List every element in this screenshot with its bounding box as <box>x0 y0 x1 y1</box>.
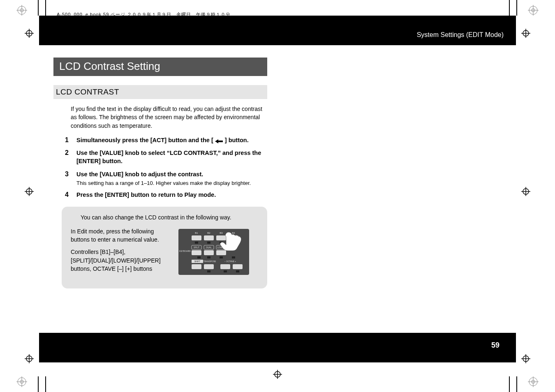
svg-rect-47 <box>195 242 198 244</box>
step-note: This setting has a range of 1–10. Higher… <box>76 180 267 186</box>
svg-text:B4: B4 <box>232 232 235 234</box>
svg-text:TRANSPOSE: TRANSPOSE <box>204 260 217 263</box>
step-item: 4 Press the [ENTER] button to return to … <box>65 191 267 199</box>
crop-mark-icon <box>45 0 46 16</box>
breadcrumb: System Settings (EDIT Mode) <box>417 31 504 39</box>
svg-text:B3: B3 <box>220 232 223 234</box>
step-number: 3 <box>65 171 76 178</box>
info-text: In Edit mode, press the following button… <box>71 227 161 244</box>
step-title-text: Simultaneously press the [ACT] button an… <box>76 137 213 143</box>
svg-rect-60 <box>207 256 210 258</box>
svg-rect-72 <box>224 270 227 272</box>
intro-paragraph: If you find the text in the display diff… <box>71 105 267 130</box>
svg-text:DUAL: DUAL <box>206 246 212 249</box>
page: A-500_000_e.book 59 ページ ２００９年１月９日 金曜日 午後… <box>0 0 555 392</box>
crop-mark-icon <box>45 376 46 392</box>
footer-band: 59 <box>39 333 516 362</box>
step-item: 2 Use the [VALUE] knob to select “LCD CO… <box>65 149 267 165</box>
svg-marker-37 <box>215 139 223 143</box>
content-column: LCD Contrast Setting LCD CONTRAST If you… <box>53 58 267 288</box>
svg-text:B1: B1 <box>195 232 198 234</box>
section-heading: LCD Contrast Setting <box>53 58 267 76</box>
crop-mark-icon <box>38 376 39 392</box>
info-lead: You can also change the LCD contrast in … <box>81 214 258 221</box>
svg-rect-57 <box>204 250 214 255</box>
registration-mark-icon <box>16 376 27 387</box>
svg-text:B2: B2 <box>207 232 210 234</box>
svg-rect-56 <box>192 250 201 255</box>
svg-rect-73 <box>236 270 239 272</box>
svg-rect-61 <box>220 256 223 258</box>
svg-text:−  OCTAVE  +: − OCTAVE + <box>224 260 236 263</box>
registration-mark-icon <box>528 5 539 16</box>
page-number: 59 <box>487 341 504 350</box>
step-item: 1 Simultaneously press the [ACT] button … <box>65 136 267 145</box>
svg-rect-68 <box>204 264 214 269</box>
svg-rect-59 <box>197 256 201 258</box>
step-number: 1 <box>65 136 76 144</box>
registration-mark-icon <box>528 376 539 387</box>
info-text: Controllers [B1]–[B4], [SPLIT]/[DUAL]/[L… <box>71 248 161 273</box>
svg-rect-58 <box>216 250 226 255</box>
crop-mark-icon <box>509 0 510 16</box>
crosshair-icon <box>25 187 34 196</box>
sub-heading: LCD CONTRAST <box>53 85 267 99</box>
crosshair-icon <box>273 370 282 379</box>
crop-mark-icon <box>516 0 517 16</box>
svg-rect-70 <box>233 264 243 269</box>
crosshair-icon <box>521 29 530 38</box>
crop-mark-icon <box>38 0 39 16</box>
keyboard-panel-figure: KEYBOARD B1 B2 B3 B4 <box>169 227 258 277</box>
svg-rect-62 <box>232 256 235 258</box>
svg-text:SHIFT: SHIFT <box>194 260 200 263</box>
svg-rect-71 <box>207 270 210 272</box>
step-number: 2 <box>65 149 76 157</box>
info-box: You can also change the LCD contrast in … <box>62 207 267 288</box>
step-title: Use the [VALUE] knob to select “LCD CONT… <box>76 149 267 165</box>
crosshair-icon <box>521 187 530 196</box>
svg-rect-69 <box>220 264 230 269</box>
header-band: System Settings (EDIT Mode) <box>39 16 516 45</box>
svg-rect-43 <box>192 235 201 240</box>
svg-text:SPLIT: SPLIT <box>194 246 199 249</box>
svg-rect-48 <box>207 242 210 244</box>
svg-rect-45 <box>216 235 226 240</box>
registration-mark-icon <box>16 5 27 16</box>
crosshair-icon <box>521 354 530 363</box>
step-title-text: ] button. <box>225 137 249 143</box>
svg-rect-67 <box>192 264 201 269</box>
step-title: Use the [VALUE] knob to adjust the contr… <box>76 171 203 179</box>
step-number: 4 <box>65 191 76 198</box>
step-title: Press the [ENTER] button to return to Pl… <box>76 191 216 199</box>
crop-mark-icon <box>509 376 510 392</box>
crop-mark-icon <box>516 376 517 392</box>
back-arrow-icon <box>215 138 223 143</box>
crosshair-icon <box>25 354 34 363</box>
crosshair-icon <box>25 29 34 38</box>
step-title: Simultaneously press the [ACT] button an… <box>76 136 249 145</box>
panel-label-keyboard: KEYBOARD <box>179 250 191 252</box>
step-item: 3 Use the [VALUE] knob to adjust the con… <box>65 171 267 187</box>
svg-rect-44 <box>204 235 214 240</box>
step-list: 1 Simultaneously press the [ACT] button … <box>65 136 267 199</box>
